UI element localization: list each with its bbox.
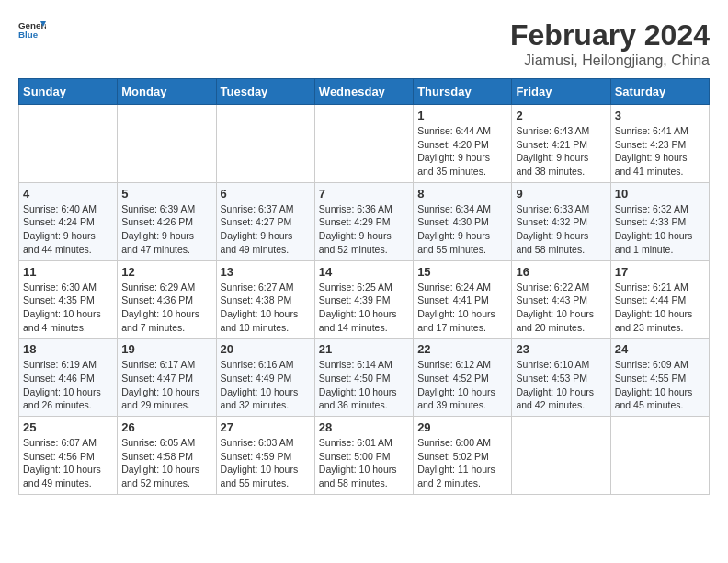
day-info: Sunrise: 6:25 AM Sunset: 4:39 PM Dayligh…	[319, 281, 409, 335]
day-info: Sunrise: 6:01 AM Sunset: 5:00 PM Dayligh…	[319, 436, 409, 490]
day-number: 14	[319, 265, 409, 279]
calendar-cell: 7Sunrise: 6:36 AM Sunset: 4:29 PM Daylig…	[314, 182, 413, 260]
col-header-wednesday: Wednesday	[314, 79, 413, 105]
calendar-cell	[512, 417, 610, 495]
calendar-cell: 5Sunrise: 6:39 AM Sunset: 4:26 PM Daylig…	[118, 182, 216, 260]
day-info: Sunrise: 6:43 AM Sunset: 4:21 PM Dayligh…	[516, 124, 606, 178]
calendar-cell: 26Sunrise: 6:05 AM Sunset: 4:58 PM Dayli…	[118, 417, 216, 495]
calendar-cell: 22Sunrise: 6:12 AM Sunset: 4:52 PM Dayli…	[414, 339, 512, 417]
day-number: 27	[221, 420, 311, 434]
calendar-cell: 29Sunrise: 6:00 AM Sunset: 5:02 PM Dayli…	[414, 417, 512, 495]
day-info: Sunrise: 6:10 AM Sunset: 4:53 PM Dayligh…	[516, 358, 606, 412]
day-info: Sunrise: 6:30 AM Sunset: 4:35 PM Dayligh…	[23, 281, 113, 335]
calendar-cell: 20Sunrise: 6:16 AM Sunset: 4:49 PM Dayli…	[216, 339, 314, 417]
day-number: 19	[121, 342, 211, 356]
calendar-cell: 28Sunrise: 6:01 AM Sunset: 5:00 PM Dayli…	[314, 417, 413, 495]
calendar-cell: 27Sunrise: 6:03 AM Sunset: 4:59 PM Dayli…	[216, 417, 314, 495]
day-info: Sunrise: 6:32 AM Sunset: 4:33 PM Dayligh…	[615, 202, 705, 257]
day-number: 9	[516, 187, 606, 201]
calendar-cell: 4Sunrise: 6:40 AM Sunset: 4:24 PM Daylig…	[19, 182, 118, 260]
calendar-cell	[19, 105, 118, 183]
day-info: Sunrise: 6:39 AM Sunset: 4:26 PM Dayligh…	[121, 202, 211, 257]
calendar-table: SundayMondayTuesdayWednesdayThursdayFrid…	[18, 78, 710, 495]
location: Jiamusi, Heilongjiang, China	[510, 52, 710, 69]
day-info: Sunrise: 6:44 AM Sunset: 4:20 PM Dayligh…	[417, 124, 507, 178]
day-number: 21	[319, 342, 409, 356]
calendar-cell: 6Sunrise: 6:37 AM Sunset: 4:27 PM Daylig…	[216, 182, 314, 260]
col-header-thursday: Thursday	[414, 79, 512, 105]
day-number: 23	[516, 342, 606, 356]
day-number: 22	[417, 342, 507, 356]
day-number: 29	[417, 420, 507, 434]
col-header-saturday: Saturday	[610, 79, 709, 105]
day-number: 8	[417, 187, 507, 201]
day-info: Sunrise: 6:07 AM Sunset: 4:56 PM Dayligh…	[23, 436, 113, 490]
calendar-cell	[314, 105, 413, 183]
day-number: 5	[121, 187, 211, 201]
day-info: Sunrise: 6:00 AM Sunset: 5:02 PM Dayligh…	[417, 436, 507, 490]
day-info: Sunrise: 6:14 AM Sunset: 4:50 PM Dayligh…	[319, 358, 409, 412]
day-info: Sunrise: 6:29 AM Sunset: 4:36 PM Dayligh…	[121, 281, 211, 335]
calendar-cell: 16Sunrise: 6:22 AM Sunset: 4:43 PM Dayli…	[512, 260, 610, 339]
calendar-cell	[216, 105, 314, 183]
col-header-monday: Monday	[118, 79, 216, 105]
day-number: 20	[221, 342, 311, 356]
day-info: Sunrise: 6:34 AM Sunset: 4:30 PM Dayligh…	[417, 202, 507, 257]
day-number: 7	[319, 187, 409, 201]
calendar-cell: 24Sunrise: 6:09 AM Sunset: 4:55 PM Dayli…	[610, 339, 709, 417]
day-number: 4	[23, 187, 113, 201]
calendar-cell: 14Sunrise: 6:25 AM Sunset: 4:39 PM Dayli…	[314, 260, 413, 339]
col-header-friday: Friday	[512, 79, 610, 105]
day-info: Sunrise: 6:09 AM Sunset: 4:55 PM Dayligh…	[615, 358, 705, 412]
day-info: Sunrise: 6:27 AM Sunset: 4:38 PM Dayligh…	[221, 281, 311, 335]
calendar-cell: 23Sunrise: 6:10 AM Sunset: 4:53 PM Dayli…	[512, 339, 610, 417]
calendar-cell: 9Sunrise: 6:33 AM Sunset: 4:32 PM Daylig…	[512, 182, 610, 260]
day-number: 2	[516, 109, 606, 122]
day-number: 12	[121, 265, 211, 279]
day-info: Sunrise: 6:22 AM Sunset: 4:43 PM Dayligh…	[516, 281, 606, 335]
day-info: Sunrise: 6:03 AM Sunset: 4:59 PM Dayligh…	[221, 436, 311, 490]
calendar-cell: 1Sunrise: 6:44 AM Sunset: 4:20 PM Daylig…	[414, 105, 512, 183]
day-number: 25	[23, 420, 113, 434]
title-area: February 2024 Jiamusi, Heilongjiang, Chi…	[510, 18, 710, 69]
day-info: Sunrise: 6:17 AM Sunset: 4:47 PM Dayligh…	[121, 358, 211, 412]
header: General Blue February 2024 Jiamusi, Heil…	[18, 18, 710, 69]
day-number: 1	[417, 109, 507, 122]
calendar-cell: 13Sunrise: 6:27 AM Sunset: 4:38 PM Dayli…	[216, 260, 314, 339]
calendar-cell: 12Sunrise: 6:29 AM Sunset: 4:36 PM Dayli…	[118, 260, 216, 339]
calendar-cell: 8Sunrise: 6:34 AM Sunset: 4:30 PM Daylig…	[414, 182, 512, 260]
day-info: Sunrise: 6:21 AM Sunset: 4:44 PM Dayligh…	[615, 281, 705, 335]
svg-text:Blue: Blue	[18, 29, 39, 40]
calendar-cell: 21Sunrise: 6:14 AM Sunset: 4:50 PM Dayli…	[314, 339, 413, 417]
day-info: Sunrise: 6:37 AM Sunset: 4:27 PM Dayligh…	[221, 202, 311, 257]
col-header-sunday: Sunday	[19, 79, 118, 105]
day-number: 26	[121, 420, 211, 434]
day-number: 18	[23, 342, 113, 356]
calendar-cell: 11Sunrise: 6:30 AM Sunset: 4:35 PM Dayli…	[19, 260, 118, 339]
day-number: 11	[23, 265, 113, 279]
day-info: Sunrise: 6:12 AM Sunset: 4:52 PM Dayligh…	[417, 358, 507, 412]
calendar-cell	[610, 417, 709, 495]
calendar-cell	[118, 105, 216, 183]
day-number: 6	[221, 187, 311, 201]
calendar-cell: 15Sunrise: 6:24 AM Sunset: 4:41 PM Dayli…	[414, 260, 512, 339]
day-number: 24	[615, 342, 705, 356]
day-number: 28	[319, 420, 409, 434]
day-info: Sunrise: 6:41 AM Sunset: 4:23 PM Dayligh…	[615, 124, 705, 178]
month-year: February 2024	[510, 18, 710, 52]
logo: General Blue	[18, 18, 46, 40]
calendar-cell: 18Sunrise: 6:19 AM Sunset: 4:46 PM Dayli…	[19, 339, 118, 417]
day-info: Sunrise: 6:40 AM Sunset: 4:24 PM Dayligh…	[23, 202, 113, 257]
day-number: 17	[615, 265, 705, 279]
day-number: 10	[615, 187, 705, 201]
day-info: Sunrise: 6:05 AM Sunset: 4:58 PM Dayligh…	[121, 436, 211, 490]
day-info: Sunrise: 6:33 AM Sunset: 4:32 PM Dayligh…	[516, 202, 606, 257]
day-info: Sunrise: 6:24 AM Sunset: 4:41 PM Dayligh…	[417, 281, 507, 335]
day-number: 3	[615, 109, 705, 122]
calendar-cell: 2Sunrise: 6:43 AM Sunset: 4:21 PM Daylig…	[512, 105, 610, 183]
logo-icon: General Blue	[18, 18, 46, 40]
day-number: 13	[221, 265, 311, 279]
day-info: Sunrise: 6:16 AM Sunset: 4:49 PM Dayligh…	[221, 358, 311, 412]
calendar-cell: 10Sunrise: 6:32 AM Sunset: 4:33 PM Dayli…	[610, 182, 709, 260]
calendar-cell: 19Sunrise: 6:17 AM Sunset: 4:47 PM Dayli…	[118, 339, 216, 417]
